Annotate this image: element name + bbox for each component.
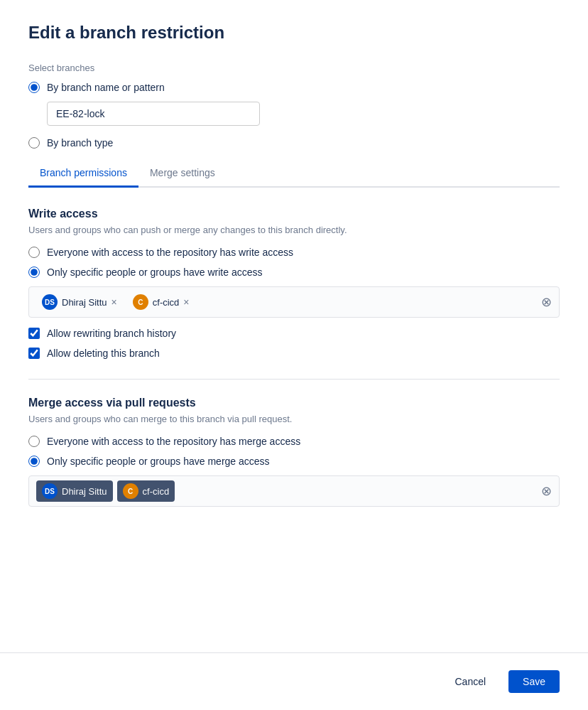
write-specific-radio[interactable] xyxy=(28,267,40,278)
checkbox-rewrite-option[interactable]: Allow rewriting branch history xyxy=(28,328,560,339)
write-clear-all-icon[interactable]: ⊗ xyxy=(541,294,552,310)
merge-access-title: Merge access via pull requests xyxy=(28,397,560,409)
checkbox-rewrite-label: Allow rewriting branch history xyxy=(47,328,176,339)
tab-merge-settings[interactable]: Merge settings xyxy=(138,160,227,188)
footer: Cancel Save xyxy=(0,652,588,710)
write-avatar-c: C xyxy=(133,294,148,310)
cancel-button[interactable]: Cancel xyxy=(440,670,500,693)
write-tag-dhiraj: DS Dhiraj Sittu × xyxy=(36,291,123,313)
write-specific-label: Only specific people or groups have writ… xyxy=(47,267,262,278)
write-everyone-label: Everyone with access to the repository h… xyxy=(47,247,293,258)
section-divider xyxy=(28,379,560,380)
merge-access-tag-input[interactable]: DS Dhiraj Sittu C cf-cicd ⊗ xyxy=(28,475,560,507)
merge-avatar-ds: DS xyxy=(42,483,58,499)
merge-everyone-option[interactable]: Everyone with access to the repository h… xyxy=(28,436,560,447)
checkbox-delete-label: Allow deleting this branch xyxy=(47,348,160,359)
write-access-section: Write access Users and groups who can pu… xyxy=(28,208,560,359)
merge-everyone-label: Everyone with access to the repository h… xyxy=(47,436,300,447)
merge-access-description: Users and groups who can merge to this b… xyxy=(28,414,560,424)
radio-by-type-label: By branch type xyxy=(47,137,113,149)
checkbox-rewrite[interactable] xyxy=(28,328,40,339)
write-tag-ds-close[interactable]: × xyxy=(111,297,117,307)
merge-everyone-radio[interactable] xyxy=(28,436,40,447)
tabs-container: Branch permissions Merge settings xyxy=(28,160,560,188)
write-access-description: Users and groups who can push or merge a… xyxy=(28,225,560,235)
write-access-title: Write access xyxy=(28,208,560,220)
tab-branch-permissions[interactable]: Branch permissions xyxy=(28,160,138,188)
radio-by-type-option[interactable]: By branch type xyxy=(28,137,560,149)
merge-tag-cfcicd: C cf-cicd xyxy=(117,480,175,502)
radio-by-name-label: By branch name or pattern xyxy=(47,82,165,93)
merge-tag-dhiraj: DS Dhiraj Sittu xyxy=(36,480,113,502)
save-button[interactable]: Save xyxy=(508,670,560,693)
write-tag-cfcicd-name: cf-cicd xyxy=(153,297,180,308)
write-everyone-radio[interactable] xyxy=(28,247,40,258)
merge-avatar-c: C xyxy=(123,483,138,499)
write-avatar-ds: DS xyxy=(42,294,58,310)
checkbox-delete-option[interactable]: Allow deleting this branch xyxy=(28,348,560,359)
write-tag-cfcicd: C cf-cicd × xyxy=(127,291,195,313)
checkbox-delete[interactable] xyxy=(28,348,40,359)
branch-name-input[interactable] xyxy=(47,102,260,126)
write-tag-cfcicd-close[interactable]: × xyxy=(183,297,189,307)
merge-specific-label: Only specific people or groups have merg… xyxy=(47,456,270,467)
write-access-tag-input[interactable]: DS Dhiraj Sittu × C cf-cicd × ⊗ xyxy=(28,286,560,318)
radio-by-name-option[interactable]: By branch name or pattern xyxy=(28,82,560,93)
merge-specific-radio[interactable] xyxy=(28,456,40,467)
radio-by-type[interactable] xyxy=(28,137,40,149)
merge-clear-all-icon[interactable]: ⊗ xyxy=(541,483,552,499)
write-everyone-option[interactable]: Everyone with access to the repository h… xyxy=(28,247,560,258)
select-branches-label: Select branches xyxy=(28,63,560,73)
merge-tag-cfcicd-name: cf-cicd xyxy=(143,486,170,497)
select-branches-section: Select branches By branch name or patter… xyxy=(28,63,560,149)
write-tag-ds-name: Dhiraj Sittu xyxy=(62,297,107,308)
write-specific-option[interactable]: Only specific people or groups have writ… xyxy=(28,267,560,278)
page-title: Edit a branch restriction xyxy=(28,23,560,43)
merge-tag-ds-name: Dhiraj Sittu xyxy=(62,486,107,497)
merge-access-section: Merge access via pull requests Users and… xyxy=(28,397,560,507)
merge-specific-option[interactable]: Only specific people or groups have merg… xyxy=(28,456,560,467)
radio-by-name[interactable] xyxy=(28,82,40,93)
